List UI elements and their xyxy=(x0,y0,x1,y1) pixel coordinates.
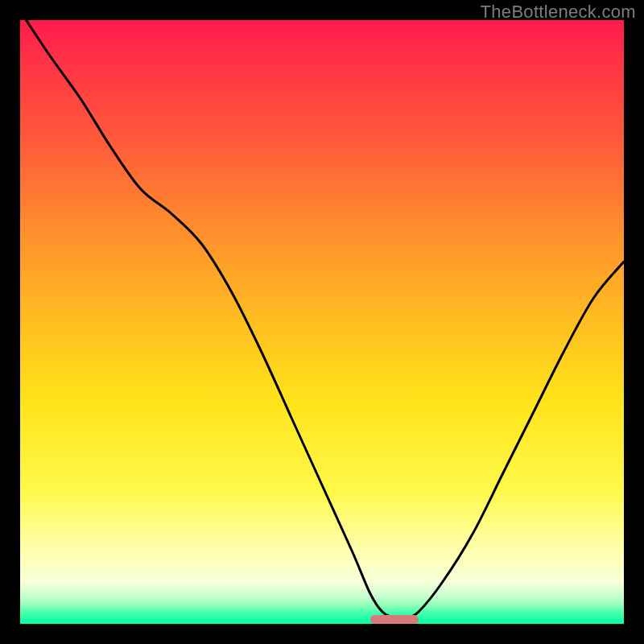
curve-right-segment xyxy=(407,262,624,618)
curve-left-segment xyxy=(27,20,407,618)
watermark-text: TheBottleneck.com xyxy=(481,2,636,23)
minimum-marker xyxy=(370,615,419,624)
bottleneck-curve xyxy=(20,20,624,624)
plot-area xyxy=(20,20,624,624)
chart-frame: TheBottleneck.com xyxy=(0,0,644,644)
